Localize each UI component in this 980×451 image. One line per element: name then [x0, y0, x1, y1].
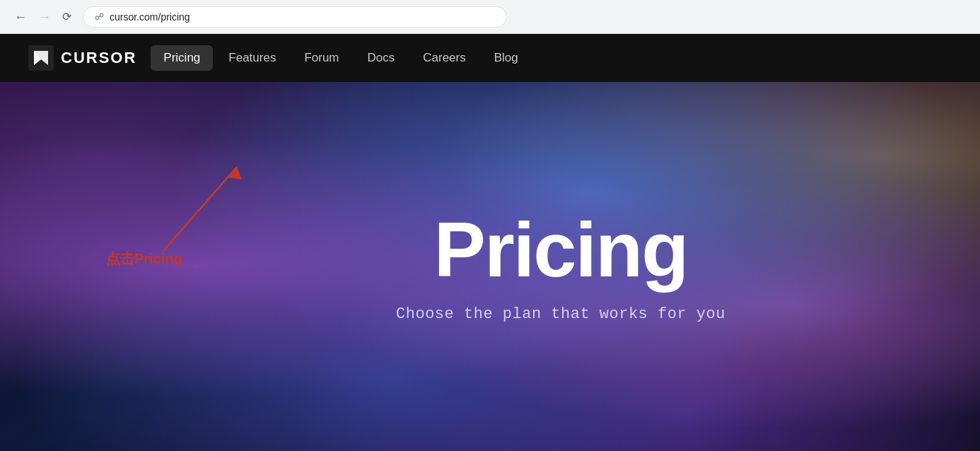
browser-chrome: ← → ⟳ ☍ cursor.com/pricing	[0, 0, 980, 34]
annotation-text: 点击Pricing	[106, 250, 182, 269]
nav-link-pricing[interactable]: Pricing	[151, 45, 213, 71]
cursor-logo-icon	[28, 45, 54, 71]
nav-link-careers[interactable]: Careers	[410, 45, 478, 71]
hero-title: Pricing	[396, 211, 725, 288]
annotation-overlay: 点击Pricing	[106, 153, 247, 269]
logo-text: CURSOR	[61, 49, 136, 67]
annotation-arrow-svg	[106, 153, 247, 266]
nav-links: Pricing Features Forum Docs Careers Blog	[151, 45, 530, 71]
hero-section: 点击Pricing Pricing Choose the plan that w…	[0, 82, 980, 451]
hero-subtitle: Choose the plan that works for you	[396, 305, 725, 323]
reload-button[interactable]: ⟳	[59, 7, 74, 26]
address-bar[interactable]: ☍ cursor.com/pricing	[83, 6, 507, 28]
nav-link-blog[interactable]: Blog	[482, 45, 531, 71]
nav-link-features[interactable]: Features	[216, 45, 288, 71]
url-text: cursor.com/pricing	[110, 11, 190, 23]
forward-button[interactable]: →	[35, 8, 54, 26]
website-content: CURSOR Pricing Features Forum Docs Caree…	[0, 34, 980, 451]
back-button[interactable]: ←	[11, 8, 30, 26]
nav-link-docs[interactable]: Docs	[355, 45, 408, 71]
svg-line-3	[163, 167, 237, 252]
browser-nav-buttons: ← → ⟳	[11, 7, 74, 26]
logo-area[interactable]: CURSOR	[28, 45, 136, 71]
navbar: CURSOR Pricing Features Forum Docs Caree…	[0, 34, 980, 82]
nav-link-forum[interactable]: Forum	[291, 45, 351, 71]
site-security-icon: ☍	[95, 11, 104, 22]
hero-content: Pricing Choose the plan that works for y…	[396, 211, 725, 323]
